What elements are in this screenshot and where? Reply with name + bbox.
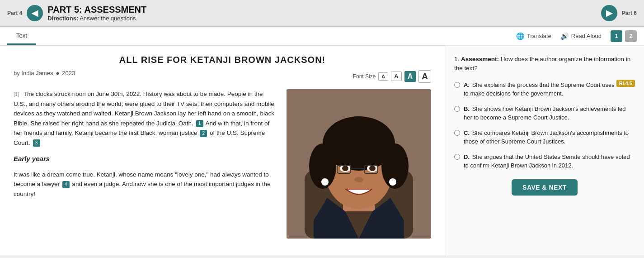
- read-aloud-button[interactable]: 🔊 Read Aloud: [560, 32, 602, 40]
- article-image: [287, 89, 431, 239]
- globe-icon: 🌐: [516, 32, 525, 40]
- nav-right-button[interactable]: ▶: [601, 5, 617, 21]
- svg-point-14: [354, 177, 363, 182]
- question-panel: 1. Assessment: How does the author organ…: [445, 46, 644, 255]
- svg-point-9: [342, 166, 348, 171]
- translate-button[interactable]: 🌐 Translate: [516, 32, 551, 40]
- font-size-xlarge[interactable]: A: [418, 70, 431, 83]
- main-content: ALL RISE FOR KETANJI BROWN JACKSON! by I…: [0, 46, 644, 255]
- para-num-1: [1]: [14, 91, 19, 97]
- svg-point-16: [389, 178, 396, 186]
- option-b-text: B. She shows how Ketanji Brown Jackson's…: [464, 105, 635, 122]
- question-num-1[interactable]: 1: [611, 30, 622, 42]
- article-meta: by India James ● 2023: [14, 70, 75, 76]
- article-year: 2023: [62, 70, 75, 76]
- font-size-small[interactable]: A: [378, 72, 388, 81]
- header-title-group: PART 5: ASSESSMENT Directions: Answer th…: [47, 5, 146, 22]
- ri-badge: RI.4.5: [616, 80, 635, 87]
- toolbar: Text 🌐 Translate 🔊 Read Aloud 1 2: [0, 27, 644, 46]
- article-body: [1] The clocks struck noon on June 30th,…: [14, 89, 431, 199]
- speaker-icon: 🔊: [560, 32, 569, 40]
- article-meta-row: by India James ● 2023 Font Size A A A A: [14, 70, 431, 83]
- options-list: A. She explains the process that the Sup…: [454, 81, 635, 170]
- font-size-medium[interactable]: A: [391, 72, 401, 81]
- option-a-radio[interactable]: [454, 82, 460, 88]
- directions-text: Directions: Answer the questions.: [47, 15, 146, 22]
- question-numbers: 1 2: [611, 30, 637, 42]
- page-header: Part 4 ◀ PART 5: ASSESSMENT Directions: …: [0, 0, 644, 27]
- font-size-label: Font Size: [353, 73, 376, 80]
- footnote-3: 3: [33, 139, 40, 147]
- part-left-label: Part 4: [7, 10, 22, 16]
- question-number: 1.: [454, 56, 459, 62]
- article-author: by India James: [14, 70, 53, 76]
- save-next-button[interactable]: SAVE & NEXT: [512, 179, 578, 196]
- footnote-4: 4: [62, 181, 70, 188]
- part-title: PART 5: ASSESSMENT: [47, 5, 146, 15]
- article-title: ALL RISE FOR KETANJI BROWN JACKSON!: [14, 55, 431, 65]
- toolbar-right: 🌐 Translate 🔊 Read Aloud 1 2: [516, 30, 637, 42]
- footnote-1: 1: [196, 120, 203, 127]
- question-text: 1. Assessment: How does the author organ…: [454, 55, 635, 73]
- header-left: Part 4 ◀ PART 5: ASSESSMENT Directions: …: [7, 5, 146, 22]
- question-num-2[interactable]: 2: [625, 30, 637, 42]
- header-right: ▶ Part 6: [601, 5, 637, 21]
- question-label: Assessment:: [461, 56, 499, 62]
- option-d-text: D. She argues that the United States Sen…: [464, 153, 635, 170]
- option-a: A. She explains the process that the Sup…: [454, 81, 616, 98]
- option-a-text: A. She explains the process that the Sup…: [464, 81, 616, 98]
- option-b: B. She shows how Ketanji Brown Jackson's…: [454, 105, 635, 122]
- tab-text[interactable]: Text: [7, 28, 36, 45]
- footnote-2: 2: [200, 130, 207, 137]
- font-size-large[interactable]: A: [404, 71, 416, 82]
- svg-point-15: [321, 178, 329, 186]
- option-d-radio[interactable]: [454, 154, 460, 160]
- option-c-radio[interactable]: [454, 130, 460, 136]
- option-c: C. She compares Ketanji Brown Jackson's …: [454, 129, 635, 146]
- font-size-controls: Font Size A A A A: [353, 70, 431, 83]
- svg-point-10: [369, 166, 376, 171]
- nav-left-button[interactable]: ◀: [27, 5, 43, 21]
- option-c-text: C. She compares Ketanji Brown Jackson's …: [464, 129, 635, 146]
- option-d: D. She argues that the United States Sen…: [454, 153, 635, 170]
- article-panel: ALL RISE FOR KETANJI BROWN JACKSON! by I…: [0, 46, 445, 255]
- question-1: 1. Assessment: How does the author organ…: [454, 55, 635, 196]
- option-b-radio[interactable]: [454, 106, 460, 112]
- part-right-label: Part 6: [622, 10, 637, 16]
- meta-dot: ●: [56, 70, 59, 76]
